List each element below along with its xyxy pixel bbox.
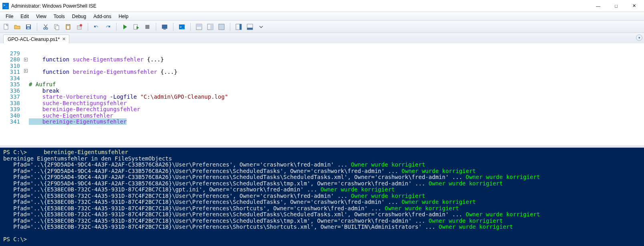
toolbar-separator — [156, 23, 156, 31]
toolbar-separator — [116, 23, 117, 31]
svg-rect-23 — [219, 24, 224, 30]
code-area[interactable]: function suche-Eigentumsfehler {...} fun… — [29, 43, 644, 146]
toolbar: >_ — [0, 21, 644, 33]
show-command-window-icon[interactable] — [246, 23, 254, 30]
svg-rect-22 — [210, 24, 213, 30]
clear-icon[interactable] — [76, 23, 83, 30]
toolbar-separator — [88, 23, 88, 31]
show-script-top-icon[interactable] — [195, 23, 203, 30]
window-title: Administrator: Windows PowerShell ISE — [11, 3, 589, 9]
powershell-window-icon[interactable]: >_ — [178, 23, 185, 30]
script-editor[interactable]: 279 280 310 311 334 335 336 337 338 339 … — [0, 43, 644, 146]
tab-close-icon[interactable]: ✕ — [62, 37, 66, 42]
open-file-icon[interactable] — [14, 23, 21, 30]
run-script-icon[interactable] — [121, 23, 129, 30]
toolbar-separator — [173, 23, 173, 31]
stop-icon[interactable] — [144, 23, 151, 30]
console-prompt[interactable]: PS C:\> — [3, 236, 30, 242]
menu-debug[interactable]: Debug — [69, 13, 89, 20]
toolbar-separator — [190, 23, 191, 31]
svg-rect-27 — [247, 28, 253, 30]
fold-expand-icon[interactable]: + — [24, 58, 28, 61]
minimize-button[interactable]: ― — [589, 0, 607, 12]
menu-tools[interactable]: Tools — [50, 13, 68, 20]
console-output: bereinige Eigentumsfehler in den FileSys… — [3, 155, 172, 162]
svg-text:>_: >_ — [180, 25, 184, 29]
toolbar-overflow-icon[interactable] — [258, 23, 265, 30]
tabstrip: GPO-ACL-Cleanup.ps1* ✕ ▾ — [0, 33, 644, 43]
expand-script-pane-icon[interactable]: ▾ — [636, 35, 642, 41]
save-icon[interactable] — [25, 23, 32, 30]
show-command-addon-icon[interactable] — [235, 23, 242, 30]
svg-rect-7 — [56, 26, 59, 30]
run-selection-icon[interactable] — [133, 23, 140, 30]
window-buttons: ― □ ✕ — [589, 0, 643, 12]
svg-rect-2 — [27, 25, 30, 26]
toolbar-separator — [37, 23, 37, 31]
svg-point-12 — [80, 24, 82, 26]
maximize-button[interactable]: □ — [607, 0, 625, 12]
menu-file[interactable]: File — [2, 13, 16, 20]
titlebar: Administrator: Windows PowerShell ISE ― … — [0, 0, 644, 12]
copy-icon[interactable] — [53, 23, 60, 30]
show-script-right-icon[interactable] — [207, 23, 214, 30]
paste-icon[interactable] — [64, 23, 72, 30]
show-script-max-icon[interactable] — [218, 23, 225, 30]
redo-icon[interactable] — [104, 23, 111, 30]
menu-view[interactable]: View — [33, 13, 50, 20]
svg-rect-10 — [67, 26, 69, 29]
svg-point-4 — [44, 27, 45, 29]
new-file-icon[interactable] — [2, 23, 10, 30]
svg-rect-25 — [239, 24, 242, 30]
svg-point-5 — [46, 27, 48, 29]
tab-label: GPO-ACL-Cleanup.ps1* — [8, 37, 60, 42]
console-pane[interactable]: PS C:\> bereinige-Eigentumsfehler berein… — [0, 148, 644, 246]
svg-rect-14 — [145, 25, 149, 29]
svg-rect-15 — [162, 25, 167, 28]
close-button[interactable]: ✕ — [625, 0, 643, 12]
new-remote-tab-icon[interactable] — [161, 23, 168, 30]
fold-expand-icon[interactable]: + — [24, 69, 28, 73]
menubar: File Edit View Tools Debug Add-ons Help — [0, 12, 644, 21]
svg-rect-16 — [163, 29, 166, 30]
console-prompt: PS C:\> bereinige-Eigentumsfehler — [3, 149, 128, 155]
line-gutter: 279 280 310 311 334 335 336 337 338 339 … — [0, 43, 22, 146]
powershell-ise-icon — [2, 3, 9, 9]
svg-rect-20 — [196, 24, 202, 27]
menu-edit[interactable]: Edit — [17, 13, 32, 20]
toolbar-separator — [230, 23, 230, 31]
svg-rect-9 — [67, 24, 69, 25]
undo-icon[interactable] — [93, 23, 100, 30]
fold-column: + + — [22, 43, 29, 146]
cut-icon[interactable] — [42, 23, 49, 30]
svg-rect-3 — [27, 27, 30, 29]
menu-addons[interactable]: Add-ons — [90, 13, 115, 20]
menu-help[interactable]: Help — [115, 13, 132, 20]
script-tab[interactable]: GPO-ACL-Cleanup.ps1* ✕ — [3, 35, 69, 43]
